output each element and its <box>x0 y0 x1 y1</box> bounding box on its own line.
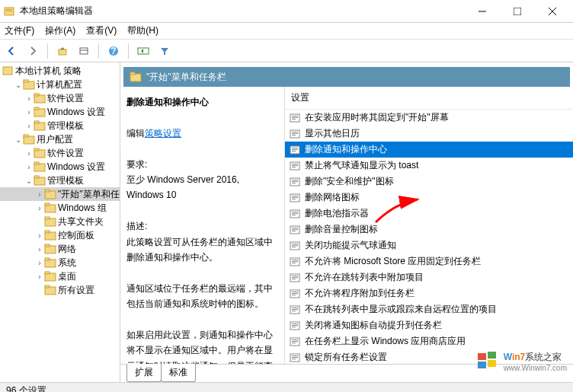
expand-icon[interactable]: › <box>35 245 44 253</box>
setting-label: 删除"安全和维护"图标 <box>305 175 394 188</box>
svg-rect-37 <box>45 231 50 233</box>
setting-item[interactable]: 删除电池指示器 <box>285 206 573 221</box>
svg-rect-49 <box>292 116 298 116</box>
folder-icon <box>23 134 35 145</box>
expand-icon[interactable]: › <box>24 163 34 171</box>
menu-action[interactable]: 操作(A) <box>45 24 75 37</box>
settings-header[interactable]: 设置 <box>285 87 573 110</box>
up-button[interactable] <box>54 43 71 59</box>
tree-item[interactable]: ›软件设置 <box>0 91 120 105</box>
svg-rect-105 <box>292 339 298 340</box>
folder-icon <box>44 230 56 241</box>
tree-item[interactable]: ›控制面板 <box>0 228 120 242</box>
svg-rect-50 <box>292 117 298 118</box>
settings-list[interactable]: 在安装应用时将其固定到"开始"屏幕显示其他日历删除通知和操作中心禁止将气球通知显… <box>285 110 573 364</box>
tree-item-label: 共享文件夹 <box>58 215 104 228</box>
setting-label: 关闭将通知图标自动提升到任务栏 <box>305 319 442 332</box>
setting-icon <box>290 320 300 331</box>
svg-rect-102 <box>292 325 298 326</box>
svg-rect-67 <box>292 183 296 183</box>
setting-item[interactable]: 在任务栏上显示 Windows 应用商店应用 <box>285 333 573 349</box>
svg-rect-4 <box>514 8 521 15</box>
svg-rect-94 <box>292 293 298 294</box>
setting-label: 显示其他日历 <box>305 127 360 140</box>
expand-icon[interactable]: › <box>24 108 34 116</box>
action-button[interactable] <box>135 43 152 59</box>
expand-icon[interactable]: › <box>35 272 44 281</box>
folder-icon <box>34 107 46 117</box>
svg-rect-43 <box>45 272 50 274</box>
folder-icon <box>44 244 56 254</box>
expand-icon[interactable]: ⌄ <box>24 177 34 185</box>
close-button[interactable] <box>535 0 570 23</box>
menu-file[interactable]: 文件(F) <box>5 24 34 37</box>
menu-help[interactable]: 帮助(H) <box>127 24 158 37</box>
setting-item[interactable]: 删除通知和操作中心 <box>285 142 573 158</box>
setting-item[interactable]: 不在跳转列表中显示或跟踪来自远程位置的项目 <box>285 301 573 317</box>
setting-icon <box>290 209 300 219</box>
svg-rect-89 <box>292 276 298 276</box>
tree-item[interactable]: ›Windows 设置 <box>0 160 120 174</box>
tree-item[interactable]: ›系统 <box>0 256 120 269</box>
expand-icon[interactable]: › <box>24 122 34 130</box>
setting-item[interactable]: 删除网络图标 <box>285 190 573 206</box>
wm-rest: 系统之家 <box>525 352 562 362</box>
svg-rect-61 <box>292 164 298 164</box>
expand-icon[interactable]: › <box>24 94 34 103</box>
tree-root[interactable]: 本地计算机 策略 <box>0 64 120 78</box>
setting-item[interactable]: 禁止将气球通知显示为 toast <box>285 158 573 174</box>
forward-button[interactable] <box>24 43 41 59</box>
tree-item[interactable]: ›Windows 组 <box>0 201 120 215</box>
tree-item[interactable]: ›软件设置 <box>0 146 120 160</box>
tree-item[interactable]: ⌄用户配置 <box>0 132 120 146</box>
svg-rect-17 <box>34 94 39 96</box>
tree-item[interactable]: 所有设置 <box>0 283 120 297</box>
expand-icon[interactable]: ⌄ <box>14 81 23 89</box>
tree-item-label: 桌面 <box>58 270 76 283</box>
tree-panel: 本地计算机 策略 ⌄计算机配置›软件设置›Windows 设置›管理模板⌄用户配… <box>0 62 120 382</box>
menu-view[interactable]: 查看(V) <box>86 24 117 37</box>
svg-rect-77 <box>292 228 298 228</box>
setting-item[interactable]: 关闭功能提示气球通知 <box>285 237 573 253</box>
back-button[interactable] <box>3 43 20 59</box>
svg-rect-86 <box>292 261 298 262</box>
tree-item[interactable]: 共享文件夹 <box>0 215 120 228</box>
setting-item[interactable]: 删除音量控制图标 <box>285 221 573 237</box>
svg-rect-99 <box>292 311 296 311</box>
list-button[interactable] <box>75 43 92 59</box>
tab-extended[interactable]: 扩展 <box>126 364 162 382</box>
tree-item[interactable]: ›管理模板 <box>0 119 120 132</box>
panel-header-title: "开始"菜单和任务栏 <box>146 71 226 84</box>
expand-icon[interactable]: › <box>24 149 34 158</box>
folder-icon <box>44 216 56 227</box>
setting-item[interactable]: 不允许将 Microsoft Store 应用固定到任务栏 <box>285 253 573 269</box>
svg-rect-69 <box>292 196 298 196</box>
tree-item[interactable]: ›"开始"菜单和任 <box>0 187 120 201</box>
setting-item[interactable]: 显示其他日历 <box>285 126 573 142</box>
tree-item-label: 网络 <box>58 243 76 256</box>
expand-icon[interactable]: › <box>35 231 44 240</box>
maximize-button[interactable] <box>500 0 535 23</box>
svg-rect-111 <box>292 359 296 359</box>
filter-button[interactable] <box>156 43 173 59</box>
tab-standard[interactable]: 标准 <box>161 364 196 382</box>
svg-rect-91 <box>292 279 296 279</box>
minimize-button[interactable] <box>465 0 500 23</box>
tree-item[interactable]: ›Windows 设置 <box>0 105 120 119</box>
tree-item[interactable]: ›桌面 <box>0 269 120 283</box>
expand-icon[interactable]: ⌄ <box>14 135 23 144</box>
expand-icon[interactable]: › <box>35 190 44 199</box>
setting-item[interactable]: 删除"安全和维护"图标 <box>285 174 573 190</box>
setting-item[interactable]: 不允许在跳转列表中附加项目 <box>285 269 573 285</box>
setting-item[interactable]: 不允许将程序附加到任务栏 <box>285 285 573 301</box>
setting-item[interactable]: 关闭将通知图标自动提升到任务栏 <box>285 317 573 333</box>
setting-icon <box>290 129 300 139</box>
setting-item[interactable]: 在安装应用时将其固定到"开始"屏幕 <box>285 110 573 126</box>
edit-policy-link[interactable]: 策略设置 <box>145 128 181 139</box>
tree-item[interactable]: ⌄管理模板 <box>0 174 120 187</box>
tree-item[interactable]: ›网络 <box>0 242 120 256</box>
expand-icon[interactable]: › <box>35 259 44 267</box>
tree-item[interactable]: ⌄计算机配置 <box>0 78 120 91</box>
expand-icon[interactable]: › <box>35 204 44 212</box>
help-button[interactable]: ? <box>105 43 122 59</box>
